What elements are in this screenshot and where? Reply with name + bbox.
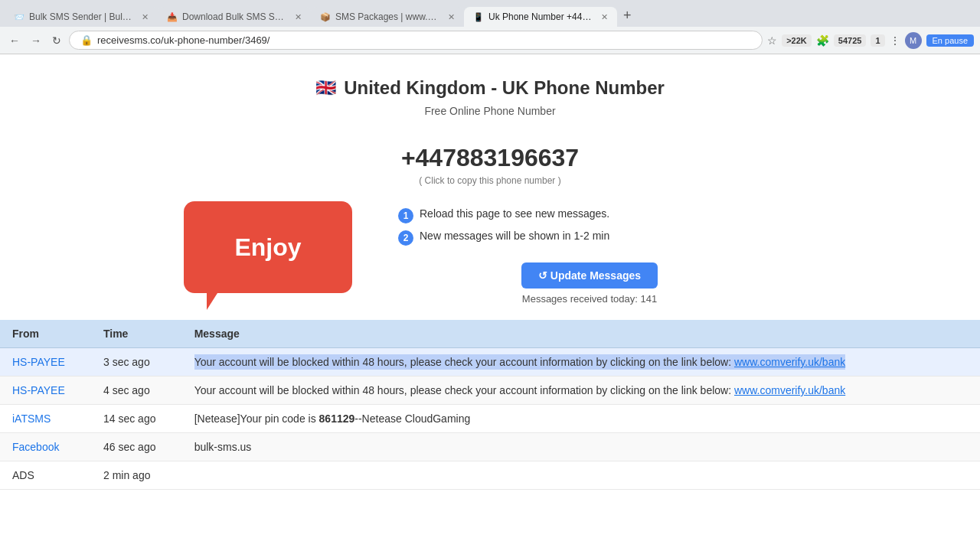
- message-link[interactable]: www.comverify.uk/bank: [734, 354, 845, 370]
- ad-bubble: Enjoy: [184, 201, 352, 293]
- time-cell: 3 sec ago: [91, 348, 182, 377]
- column-header-message: Message: [182, 320, 980, 348]
- sender-cell: HS-PAYEE: [0, 377, 91, 405]
- time-cell: 46 sec ago: [91, 433, 182, 461]
- column-header-time: Time: [91, 320, 182, 348]
- time-cell: 14 sec ago: [91, 405, 182, 433]
- table-row: HS-PAYEE 4 sec ago Your account will be …: [0, 377, 980, 405]
- table-row: ADS 2 min ago: [0, 461, 980, 490]
- tab-1-title: Bulk SMS Sender | Bulk-SMS.us: [29, 11, 134, 22]
- ad-text: Enjoy: [234, 233, 301, 262]
- tab-bar: 📨 Bulk SMS Sender | Bulk-SMS.us ✕ 📥 Down…: [0, 0, 980, 27]
- ad-section: Enjoy: [184, 201, 352, 293]
- info-item-2: 2 New messages will be shown in 1-2 min: [398, 230, 796, 246]
- info-num-1: 1: [398, 208, 413, 223]
- tab-3-close[interactable]: ✕: [448, 12, 455, 22]
- url-text: receivesms.co/uk-phone-number/3469/: [97, 34, 270, 46]
- tab-3[interactable]: 📦 SMS Packages | www.bulk-sms... ✕: [311, 7, 464, 27]
- message-cell: Your account will be blocked within 48 h…: [182, 377, 980, 405]
- message-text: [Netease]Your pin code is 861129--Neteas…: [194, 412, 471, 425]
- table-row: HS-PAYEE 3 sec ago Your account will be …: [0, 348, 980, 377]
- table-row: Facebook 46 sec ago bulk-sms.us: [0, 433, 980, 461]
- tab-4-title: Uk Phone Number +44788319696...: [488, 11, 593, 22]
- sender-link[interactable]: HS-PAYEE: [12, 356, 65, 368]
- tab-1-close[interactable]: ✕: [142, 12, 149, 22]
- info-text-1: Reload this page to see new messages.: [420, 207, 609, 220]
- message-cell: Your account will be blocked within 48 h…: [182, 348, 980, 377]
- sender-cell: HS-PAYEE: [0, 348, 91, 377]
- ext-btn-3[interactable]: 1: [871, 34, 884, 47]
- tab-4[interactable]: 📱 Uk Phone Number +44788319696... ✕: [464, 7, 617, 27]
- click-copy-hint: ( Click to copy this phone number ): [0, 175, 980, 186]
- info-section: 1 Reload this page to see new messages. …: [398, 201, 796, 305]
- phone-number[interactable]: +447883196637: [0, 144, 980, 172]
- uk-flag-icon: 🇬🇧: [315, 78, 336, 98]
- pause-button[interactable]: En pause: [926, 34, 974, 47]
- page-subtitle: Free Online Phone Number: [15, 105, 965, 117]
- page-title: 🇬🇧 United Kingdom - UK Phone Number: [15, 77, 965, 99]
- messages-count: Messages received today: 141: [383, 293, 796, 305]
- user-avatar[interactable]: M: [905, 32, 922, 49]
- tab-3-favicon: 📦: [320, 12, 331, 22]
- ext-btn-1[interactable]: >22K: [782, 34, 812, 47]
- info-text-2: New messages will be shown in 1-2 min: [420, 230, 609, 242]
- settings-icon[interactable]: ⋮: [890, 34, 900, 47]
- ext-icon-1[interactable]: 🧩: [816, 34, 829, 47]
- column-header-from: From: [0, 320, 91, 348]
- sender-link[interactable]: iATSMS: [12, 412, 51, 425]
- tab-2-title: Download Bulk SMS Sender | Sp...: [182, 11, 287, 22]
- time-cell: 2 min ago: [91, 461, 182, 490]
- tab-3-title: SMS Packages | www.bulk-sms...: [335, 11, 440, 22]
- tab-2-close[interactable]: ✕: [295, 12, 302, 22]
- reload-button[interactable]: ↻: [49, 31, 64, 50]
- phone-number-section: +447883196637 ( Click to copy this phone…: [0, 144, 980, 186]
- sender-link[interactable]: Facebook: [12, 441, 59, 453]
- page-header: 🇬🇧 United Kingdom - UK Phone Number Free…: [0, 54, 980, 132]
- forward-button[interactable]: →: [28, 31, 44, 50]
- message-text: bulk-sms.us: [194, 441, 252, 453]
- tab-1[interactable]: 📨 Bulk SMS Sender | Bulk-SMS.us ✕: [5, 7, 158, 27]
- sender-cell: iATSMS: [0, 405, 91, 433]
- info-item-1: 1 Reload this page to see new messages.: [398, 207, 796, 223]
- back-button[interactable]: ←: [6, 31, 23, 50]
- browser-chrome: 📨 Bulk SMS Sender | Bulk-SMS.us ✕ 📥 Down…: [0, 0, 980, 54]
- message-text: Your account will be blocked within 48 h…: [194, 354, 846, 370]
- page-title-text: United Kingdom - UK Phone Number: [344, 77, 665, 99]
- main-area: Enjoy 1 Reload this page to see new mess…: [0, 194, 980, 312]
- lock-icon: 🔒: [80, 34, 93, 46]
- pin-code: 861129: [319, 412, 355, 425]
- page-content: 🇬🇧 United Kingdom - UK Phone Number Free…: [0, 54, 980, 544]
- info-num-2: 2: [398, 230, 413, 246]
- sender-cell: Facebook: [0, 433, 91, 461]
- message-cell: bulk-sms.us: [182, 433, 980, 461]
- address-bar-row: ← → ↻ 🔒 receivesms.co/uk-phone-number/34…: [0, 27, 980, 54]
- tab-4-close[interactable]: ✕: [601, 12, 608, 22]
- messages-table: From Time Message HS-PAYEE 3 sec ago You…: [0, 320, 980, 490]
- sender-cell: ADS: [0, 461, 91, 490]
- message-text: Your account will be blocked within 48 h…: [194, 384, 846, 396]
- tab-2[interactable]: 📥 Download Bulk SMS Sender | Sp... ✕: [158, 7, 311, 27]
- table-row: iATSMS 14 sec ago [Netease]Your pin code…: [0, 405, 980, 433]
- message-cell: [Netease]Your pin code is 861129--Neteas…: [182, 405, 980, 433]
- table-header-row: From Time Message: [0, 320, 980, 348]
- ext-btn-2[interactable]: 54725: [834, 34, 867, 47]
- address-bar[interactable]: 🔒 receivesms.co/uk-phone-number/3469/: [69, 31, 763, 50]
- tab-1-favicon: 📨: [14, 12, 24, 22]
- message-cell: [182, 461, 980, 490]
- time-cell: 4 sec ago: [91, 377, 182, 405]
- sender-link[interactable]: HS-PAYEE: [12, 384, 65, 396]
- tab-2-favicon: 📥: [167, 12, 178, 22]
- bookmark-icon[interactable]: ☆: [767, 34, 777, 47]
- new-tab-button[interactable]: +: [617, 5, 638, 27]
- toolbar-right: >22K 🧩 54725 1 ⋮ M En pause: [782, 32, 974, 49]
- update-messages-button[interactable]: ↺ Update Messages: [521, 262, 658, 289]
- tab-4-favicon: 📱: [473, 12, 484, 22]
- message-link[interactable]: www.comverify.uk/bank: [734, 384, 845, 396]
